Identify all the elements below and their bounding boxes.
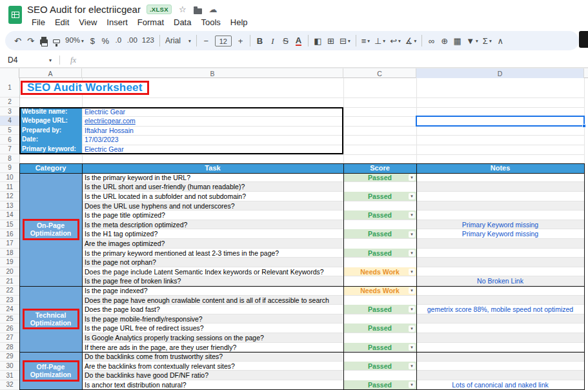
menu-view[interactable]: View — [74, 17, 101, 28]
row-header-9[interactable]: 9 — [0, 163, 19, 173]
cell-C19[interactable]: Passed▾ — [343, 343, 416, 353]
row-header-23[interactable]: 23 — [0, 296, 19, 305]
cell-B20[interactable]: Does the page include Latent Semantic In… — [82, 267, 343, 277]
cell-B27[interactable]: Is Google Analytics properly tracking se… — [82, 333, 343, 343]
row-header-19[interactable]: 19 — [0, 258, 19, 267]
score-dropdown-icon[interactable]: ▾ — [409, 231, 415, 238]
fill-color-button[interactable]: ◧ — [312, 33, 324, 48]
info-value-4[interactable]: Electric Gear — [82, 145, 343, 154]
select-all-corner[interactable] — [0, 68, 19, 78]
score-dropdown-icon[interactable]: ▾ — [409, 250, 415, 256]
more-formats-button[interactable]: 123 — [140, 33, 156, 48]
info-label-2[interactable]: Prepared by: — [19, 126, 82, 136]
cell-C13[interactable]: Passed▾ — [343, 229, 416, 239]
cell-B28[interactable]: If there are ads in the page, are they u… — [82, 343, 343, 353]
info-label-4[interactable]: Primary keyword: — [19, 145, 82, 154]
row-header-30[interactable]: 30 — [0, 362, 19, 371]
cell-B11[interactable]: Is the URL short and user-friendly (huma… — [82, 182, 343, 192]
table-header-notes[interactable]: Notes — [416, 163, 584, 173]
table-header-task[interactable]: Task — [82, 163, 343, 173]
score-dropdown-icon[interactable]: ▾ — [409, 287, 415, 294]
document-title[interactable]: SEO Audit for electriicgear — [27, 4, 141, 15]
row-header-24[interactable]: 24 — [0, 305, 19, 314]
row-header-10[interactable]: 10 — [0, 173, 19, 183]
info-value-3[interactable]: 17/03/2023 — [82, 135, 343, 145]
cell-B14[interactable]: Is the page title optimized? — [82, 210, 343, 220]
cell-B25[interactable]: Is the page mobile-friendly/responsive? — [82, 314, 343, 324]
cell-D14[interactable] — [416, 210, 584, 220]
cell-D19[interactable] — [416, 258, 584, 267]
row-header-20[interactable]: 20 — [0, 267, 19, 277]
cell-D21[interactable]: No Broken Link — [416, 276, 584, 286]
functions-button[interactable]: Σ▾ — [481, 33, 494, 48]
cell-C10[interactable]: Passed▾ — [343, 173, 416, 183]
create-filter-button[interactable]: ▼▾ — [464, 33, 480, 48]
menu-help[interactable]: Help — [226, 17, 252, 28]
font-size-button[interactable]: 12 — [213, 33, 234, 48]
decrease-font-size-button[interactable]: − — [200, 33, 212, 48]
cell-D29[interactable] — [416, 352, 584, 362]
category-cell-2[interactable]: Off-Page Optimization — [19, 352, 82, 389]
cell-D18[interactable] — [416, 249, 584, 258]
score-dropdown-icon[interactable]: ▾ — [409, 269, 415, 275]
row-header-25[interactable]: 25 — [0, 314, 19, 324]
menu-data[interactable]: Data — [169, 17, 196, 28]
cell-A1[interactable]: SEO Audit Worksheet — [21, 78, 343, 98]
cell-D31[interactable] — [416, 371, 584, 380]
cell-B21[interactable]: Is the page free of broken links? — [82, 276, 343, 286]
paint-format-icon[interactable] — [50, 33, 63, 48]
score-dropdown-icon[interactable]: ▾ — [409, 325, 415, 332]
score-dropdown-icon[interactable]: ▾ — [409, 193, 415, 200]
row-header-22[interactable]: 22 — [0, 286, 19, 296]
row-header-1[interactable]: 1 — [0, 78, 19, 98]
cell-D10[interactable] — [416, 173, 584, 183]
row-header-29[interactable]: 29 — [0, 352, 19, 362]
column-header-B[interactable]: B — [82, 68, 343, 78]
borders-button[interactable]: ⊞ — [325, 33, 337, 48]
menu-edit[interactable]: Edit — [50, 17, 74, 28]
name-box[interactable]: D4 ▾ — [0, 56, 56, 65]
cell-B24[interactable]: Does the page load fast? — [82, 305, 343, 314]
cell-B32[interactable]: Is anchor text distribution natural? — [82, 380, 343, 390]
cell-D30[interactable] — [416, 362, 584, 371]
info-value-0[interactable]: Electriic Gear — [82, 107, 343, 117]
insert-comment-button[interactable]: ⊕ — [438, 33, 451, 48]
category-cell-1[interactable]: Technical Optimization — [19, 286, 82, 352]
cell-D28[interactable] — [416, 343, 584, 353]
row-header-18[interactable]: 18 — [0, 249, 19, 258]
cell-C11[interactable]: Passed▾ — [343, 192, 416, 201]
insert-link-button[interactable]: ∞ — [425, 33, 438, 48]
row-header-16[interactable]: 16 — [0, 229, 19, 239]
cell-D32[interactable]: Lots of canonical and naked link — [416, 380, 584, 390]
vertical-align-button[interactable]: ⊥▾ — [372, 33, 387, 48]
cell-B26[interactable]: Is the page URL free of redirect issues? — [82, 323, 343, 333]
column-header-C[interactable]: C — [343, 68, 416, 78]
cell-D24[interactable]: gemetrix score 88%, mobile speed not opt… — [416, 305, 584, 314]
hide-toolbar-button[interactable]: ∧ — [494, 33, 507, 48]
cell-C21[interactable]: Passed▾ — [343, 380, 416, 390]
cell-D25[interactable] — [416, 314, 584, 324]
format-percent-button[interactable]: % — [99, 33, 112, 48]
row-header-21[interactable]: 21 — [0, 276, 19, 286]
menu-format[interactable]: Format — [133, 17, 168, 28]
table-header-score[interactable]: Score — [343, 163, 416, 173]
cloud-status-icon[interactable]: ☁ — [208, 5, 218, 14]
info-label-0[interactable]: Website name: — [19, 107, 82, 117]
row-header-14[interactable]: 14 — [0, 210, 19, 220]
info-label-3[interactable]: Date: — [19, 135, 82, 145]
print-icon[interactable] — [37, 33, 50, 48]
cell-D17[interactable] — [416, 239, 584, 249]
category-cell-0[interactable]: On-Page Optimization — [19, 173, 82, 286]
row-header-17[interactable]: 17 — [0, 239, 19, 249]
column-header-A[interactable]: A — [19, 68, 82, 78]
cell-B12[interactable]: Is the URL located in a subfolder and no… — [82, 192, 343, 201]
italic-button[interactable]: I — [267, 33, 279, 48]
increase-font-size-button[interactable]: + — [234, 33, 247, 48]
row-header-6[interactable]: 6 — [0, 135, 19, 145]
cell-C18[interactable]: Passed▾ — [343, 323, 416, 333]
cell-B17[interactable]: Are the images optimized? — [82, 239, 343, 249]
merge-cells-button[interactable]: ⊟▾ — [338, 33, 352, 48]
score-dropdown-icon[interactable]: ▾ — [409, 363, 415, 369]
cell-C16[interactable]: Needs Work▾ — [343, 286, 416, 296]
row-header-2[interactable]: 2 — [0, 98, 19, 107]
